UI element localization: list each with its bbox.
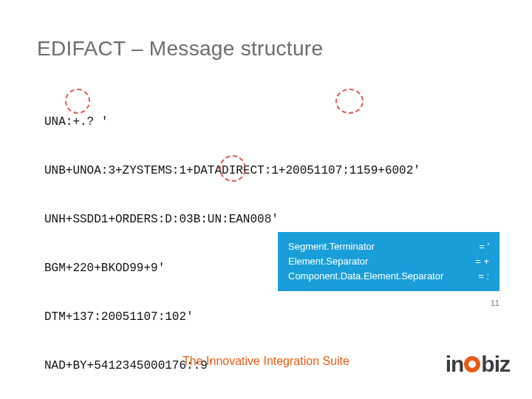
logo-text-pre: in	[446, 352, 464, 377]
logo-text-post: biz	[481, 352, 510, 377]
code-line: UNH+SSDD1+ORDERS:D:03B:UN:EAN008'	[44, 211, 420, 228]
code-line: UNB+UNOA:3+ZYSTEMS:1+DATADIRECT:1+200511…	[44, 163, 420, 179]
logo-o-icon	[464, 356, 480, 372]
legend-label: Element.Separator	[288, 254, 368, 269]
legend-label: Component.Data.Element.Separator	[288, 269, 443, 284]
legend-row: Component.Data.Element.Separator = :	[288, 269, 489, 284]
legend-row: Element.Separator = +	[288, 254, 489, 269]
legend-label: Segment.Terminator	[288, 239, 375, 254]
code-line: UNA:+.? '	[44, 114, 420, 130]
slide-title: EDIFACT – Message structure	[37, 37, 323, 61]
inobiz-logo: in biz	[446, 352, 510, 377]
page-number: 11	[491, 299, 499, 307]
legend-value: = +	[475, 254, 489, 269]
slide: EDIFACT – Message structure UNA:+.? ' UN…	[0, 0, 532, 399]
legend-value: = :	[478, 269, 489, 284]
legend-box: Segment.Terminator = ' Element.Separator…	[278, 232, 499, 291]
code-line: DTM+137:20051107:102'	[44, 309, 420, 325]
legend-row: Segment.Terminator = '	[288, 239, 489, 254]
legend-value: = '	[479, 239, 489, 254]
